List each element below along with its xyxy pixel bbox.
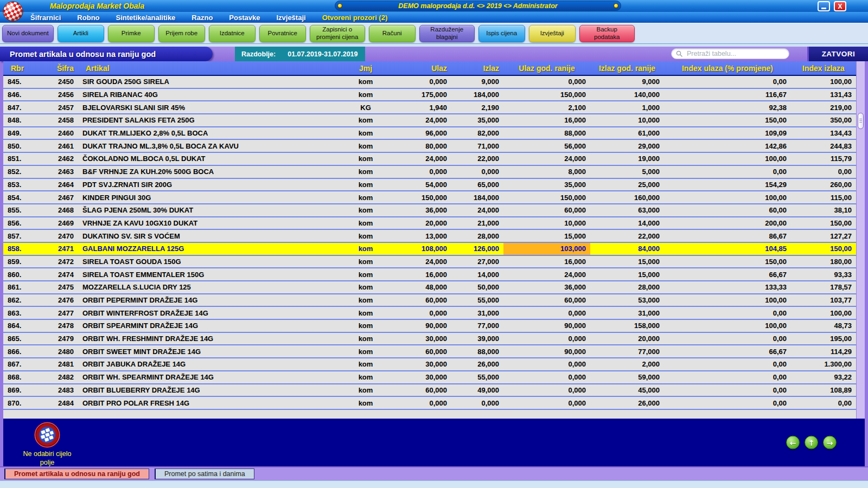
cell-artikal[interactable]: ORBIT WINTERFROST DRAŽEJE 14G	[78, 307, 340, 319]
cell-index_izlaza[interactable]: 103,77	[791, 294, 856, 306]
cell-rbr[interactable]: 845.	[3, 76, 39, 88]
cell-ulaz_ranije[interactable]: 0,000	[503, 371, 590, 383]
cell-sifra[interactable]: 2484	[39, 397, 78, 409]
cell-index_ulaza[interactable]: 0,00	[664, 76, 791, 88]
search-input[interactable]	[686, 49, 784, 58]
cell-jmj[interactable]: kom	[340, 230, 392, 242]
cell-index_ulaza[interactable]: 66,67	[664, 345, 791, 357]
cell-index_izlaza[interactable]: 150,00	[791, 217, 856, 229]
cell-ulaz_ranije[interactable]: 90,000	[503, 320, 590, 332]
cell-jmj[interactable]: kom	[340, 217, 392, 229]
scrollbar-thumb[interactable]	[858, 113, 864, 129]
cell-izlaz_ranije[interactable]: 9,000	[590, 76, 664, 88]
column-header-artikal[interactable]: Artikal	[78, 61, 340, 75]
cell-rbr[interactable]: 847.	[3, 101, 39, 113]
cell-ulaz_ranije[interactable]: 10,000	[503, 217, 590, 229]
column-header-izlaz_ranije[interactable]: Izlaz god. ranije	[590, 61, 664, 75]
cell-index_izlaza[interactable]: 219,00	[791, 101, 856, 113]
cell-jmj[interactable]: kom	[340, 345, 392, 357]
cell-index_ulaza[interactable]: 0,00	[664, 166, 791, 178]
cell-rbr[interactable]: 855.	[3, 204, 39, 216]
cell-ulaz[interactable]: 48,000	[392, 281, 451, 293]
cell-ulaz[interactable]: 30,000	[392, 371, 451, 383]
cell-index_izlaza[interactable]: 244,83	[791, 140, 856, 152]
toolbar-button-povratnice[interactable]: Povratnice	[259, 25, 306, 42]
cell-index_izlaza[interactable]: 150,00	[791, 243, 856, 255]
cell-izlaz_ranije[interactable]: 158,000	[590, 320, 664, 332]
toolbar-button-backup-podataka[interactable]: Backup podataka	[579, 25, 635, 42]
tab-promet-po-satima-i-danima[interactable]: Promet po satima i danima	[155, 468, 254, 479]
cell-ulaz[interactable]: 16,000	[392, 268, 451, 280]
cell-izlaz_ranije[interactable]: 31,000	[590, 307, 664, 319]
cell-izlaz[interactable]: 65,000	[451, 179, 503, 191]
cell-izlaz_ranije[interactable]: 45,000	[590, 384, 664, 396]
cell-artikal[interactable]: VRHNJE ZA KAVU 10GX10 DUKAT	[78, 217, 340, 229]
cell-sifra[interactable]: 2469	[39, 217, 78, 229]
cell-ulaz_ranije[interactable]: 60,000	[503, 204, 590, 216]
cell-sifra[interactable]: 2464	[39, 179, 78, 191]
cell-artikal[interactable]: PDT SVJ.ZRNATI SIR 200G	[78, 179, 340, 191]
cell-rbr[interactable]: 854.	[3, 191, 39, 203]
cell-izlaz_ranije[interactable]: 5,000	[590, 166, 664, 178]
cell-ulaz_ranije[interactable]: 0,000	[503, 397, 590, 409]
cell-jmj[interactable]: kom	[340, 140, 392, 152]
cell-rbr[interactable]: 863.	[3, 307, 39, 319]
cell-sifra[interactable]: 2476	[39, 294, 78, 306]
cell-ulaz[interactable]: 24,000	[392, 153, 451, 165]
cell-ulaz_ranije[interactable]: 24,000	[503, 268, 590, 280]
cell-sifra[interactable]: 2463	[39, 166, 78, 178]
cell-index_izlaza[interactable]: 48,73	[791, 320, 856, 332]
cell-izlaz_ranije[interactable]: 20,000	[590, 333, 664, 345]
cell-ulaz[interactable]: 60,000	[392, 294, 451, 306]
cell-sifra[interactable]: 2457	[39, 101, 78, 113]
cell-ulaz[interactable]: 108,000	[392, 243, 451, 255]
cell-sifra[interactable]: 2460	[39, 127, 78, 139]
cell-index_ulaza[interactable]: 116,67	[664, 89, 791, 101]
cell-artikal[interactable]: SIRELA TOAST EMMENTALER 150G	[78, 268, 340, 280]
cell-sifra[interactable]: 2480	[39, 345, 78, 357]
table-row[interactable]: 864.2478ORBIT SPEARMINT DRAŽEJE 14Gkom90…	[3, 320, 856, 333]
cell-rbr[interactable]: 860.	[3, 268, 39, 280]
table-row[interactable]: 859.2472SIRELA TOAST GOUDA 150Gkom24,000…	[3, 256, 856, 269]
cell-ulaz[interactable]: 175,000	[392, 89, 451, 101]
cell-sifra[interactable]: 2472	[39, 256, 78, 268]
cell-ulaz[interactable]: 60,000	[392, 345, 451, 357]
cell-ulaz[interactable]: 0,000	[392, 397, 451, 409]
cell-ulaz_ranije[interactable]: 103,000	[503, 243, 590, 255]
cell-rbr[interactable]: 870.	[3, 397, 39, 409]
cell-artikal[interactable]: ORBIT PEPERMINT DRAŽEJE 14G	[78, 294, 340, 306]
cell-jmj[interactable]: kom	[340, 204, 392, 216]
cell-ulaz_ranije[interactable]: 16,000	[503, 256, 590, 268]
cell-sifra[interactable]: 2461	[39, 140, 78, 152]
column-header-izlaz[interactable]: Izlaz	[451, 61, 503, 75]
cell-index_izlaza[interactable]: 93,33	[791, 268, 856, 280]
cell-artikal[interactable]: SIRELA RIBANAC 40G	[78, 89, 340, 101]
cell-ulaz[interactable]: 96,000	[392, 127, 451, 139]
cell-izlaz[interactable]: 39,000	[451, 333, 503, 345]
cell-index_ulaza[interactable]: 86,67	[664, 230, 791, 242]
cell-izlaz[interactable]: 28,000	[451, 230, 503, 242]
cell-index_ulaza[interactable]: 104,85	[664, 243, 791, 255]
cell-index_izlaza[interactable]: 134,43	[791, 127, 856, 139]
cell-sifra[interactable]: 2477	[39, 307, 78, 319]
column-header-index_ulaza[interactable]: Index ulaza (% promjene)	[664, 61, 791, 75]
cell-index_ulaza[interactable]: 100,00	[664, 320, 791, 332]
cell-index_izlaza[interactable]: 115,79	[791, 153, 856, 165]
table-row[interactable]: 853.2464PDT SVJ.ZRNATI SIR 200Gkom54,000…	[3, 179, 856, 192]
column-header-index_izlaza[interactable]: Index izlaza	[791, 61, 856, 75]
column-header-ulaz_ranije[interactable]: Ulaz god. ranije	[503, 61, 590, 75]
cell-rbr[interactable]: 867.	[3, 358, 39, 370]
cell-index_izlaza[interactable]: 0,00	[791, 166, 856, 178]
cell-index_ulaza[interactable]: 109,09	[664, 127, 791, 139]
cell-izlaz_ranije[interactable]: 26,000	[590, 397, 664, 409]
table-row[interactable]: 862.2476ORBIT PEPERMINT DRAŽEJE 14Gkom60…	[3, 294, 856, 307]
cell-index_izlaza[interactable]: 115,00	[791, 191, 856, 203]
tab-promet-artikala-u-odnosu-na-raniju-god[interactable]: Promet artikala u odnosu na raniju god	[4, 468, 149, 479]
cell-sifra[interactable]: 2456	[39, 89, 78, 101]
cell-artikal[interactable]: DUKAT TR.MLIJEKO 2,8% 0,5L BOCA	[78, 127, 340, 139]
cell-artikal[interactable]: ORBIT JABUKA DRAŽEJE 14G	[78, 358, 340, 370]
cell-ulaz[interactable]: 0,000	[392, 166, 451, 178]
cell-izlaz_ranije[interactable]: 140,000	[590, 89, 664, 101]
cell-izlaz[interactable]: 184,000	[451, 89, 503, 101]
cell-izlaz[interactable]: 21,000	[451, 217, 503, 229]
